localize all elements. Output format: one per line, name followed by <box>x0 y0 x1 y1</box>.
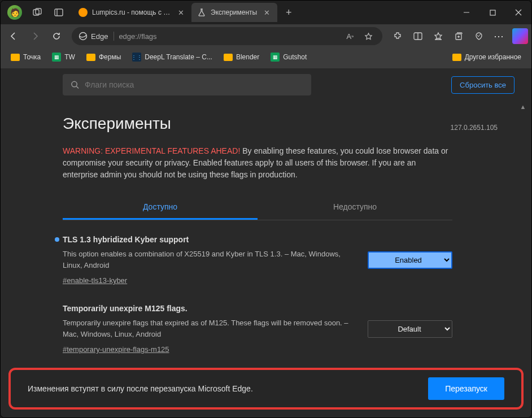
folder-icon <box>11 54 20 61</box>
reset-all-button[interactable]: Сбросить все <box>451 76 514 94</box>
flag-row: Temporarily unexpire M125 flags. Tempora… <box>63 304 452 354</box>
warning-prefix: WARNING: EXPERIMENTAL FEATURES AHEAD! <box>63 146 240 155</box>
maximize-button[interactable] <box>479 1 505 24</box>
folder-icon <box>452 54 461 61</box>
flag-anchor[interactable]: #enable-tls13-kyber <box>63 276 356 285</box>
bookmark-gutshot[interactable]: ▦Gutshot <box>266 50 311 64</box>
address-bar[interactable]: Edge edge://flags A» <box>72 27 382 45</box>
search-icon <box>71 80 79 89</box>
split-screen-icon[interactable] <box>408 27 428 46</box>
tab-lumpics[interactable]: Lumpics.ru - помощь с компью ✕ <box>73 3 191 22</box>
tab-title: Lumpics.ru - помощь с компью <box>92 8 171 16</box>
flag-title: TLS 1.3 hybridized Kyber support <box>63 235 356 244</box>
close-icon[interactable]: ✕ <box>261 7 272 18</box>
page: Сбросить все ▲ 127.0.2651.105 Эксперимен… <box>1 68 531 417</box>
refresh-button[interactable] <box>47 27 66 46</box>
folder-icon <box>224 54 233 61</box>
restart-message: Изменения вступят в силу после перезапус… <box>28 384 253 393</box>
site-identity[interactable]: Edge <box>79 32 114 41</box>
restart-button[interactable]: Перезапуск <box>428 377 504 400</box>
content: 127.0.2651.105 Эксперименты WARNING: EXP… <box>1 101 531 382</box>
flag-description: This option enables a combination of X25… <box>63 249 356 271</box>
deepl-icon: ⋮⋮ <box>132 53 141 62</box>
bookmark-other[interactable]: Другое избранное <box>448 51 526 63</box>
tab-experiments[interactable]: Эксперименты ✕ <box>191 3 277 22</box>
window-controls <box>453 1 531 24</box>
bookmark-deepl[interactable]: ⋮⋮DeepL Translate – C... <box>128 50 217 64</box>
collections-icon[interactable] <box>449 27 468 46</box>
site-label: Edge <box>91 32 108 41</box>
changed-indicator-icon <box>55 237 59 242</box>
version-label: 127.0.2651.105 <box>451 124 498 132</box>
tab-actions-icon[interactable] <box>54 7 64 18</box>
tab-strip: Lumpics.ru - помощь с компью ✕ Экспериме… <box>73 3 453 22</box>
forward-button <box>25 27 45 46</box>
tab-title: Эксперименты <box>211 8 257 16</box>
favicon-lumpics <box>79 8 88 17</box>
flag-anchor[interactable]: #temporary-unexpire-flags-m125 <box>63 345 356 354</box>
bookmark-blender[interactable]: Blender <box>219 51 264 63</box>
page-title: Эксперименты <box>63 115 452 133</box>
flag-description: Temporarily unexpire flags that expired … <box>63 317 356 339</box>
close-icon[interactable]: ✕ <box>176 7 186 18</box>
browser-essentials-icon[interactable] <box>469 27 489 46</box>
svg-point-15 <box>72 81 77 86</box>
workspaces-icon[interactable] <box>32 7 42 18</box>
svg-rect-5 <box>490 10 495 15</box>
folder-icon <box>86 54 95 61</box>
tab-unavailable[interactable]: Недоступно <box>258 195 452 220</box>
copilot-button[interactable] <box>512 28 528 44</box>
flag-select[interactable]: Default <box>368 320 452 338</box>
bookmark-fermy[interactable]: Фермы <box>82 51 125 63</box>
extensions-icon[interactable] <box>388 27 407 46</box>
svg-line-16 <box>76 86 79 89</box>
scroll-up-icon[interactable]: ▲ <box>520 103 526 110</box>
restart-bar: Изменения вступят в силу после перезапус… <box>8 368 524 410</box>
search-input[interactable] <box>85 80 303 89</box>
minimize-button[interactable] <box>453 1 479 24</box>
bookmark-tochka[interactable]: Точка <box>6 51 45 63</box>
sheets-icon: ▦ <box>271 53 280 62</box>
favicon-flags <box>197 8 206 17</box>
search-box[interactable] <box>63 74 311 95</box>
flag-select[interactable]: Enabled <box>368 251 452 269</box>
bookmark-tw[interactable]: ▦TW <box>47 50 80 64</box>
bookmarks-bar: Точка ▦TW Фермы ⋮⋮DeepL Translate – C...… <box>1 48 531 68</box>
sheets-icon: ▦ <box>52 53 61 62</box>
titlebar: 🧑 Lumpics.ru - помощь с компью ✕ Экспери… <box>1 1 531 24</box>
flag-title: Temporarily unexpire M125 flags. <box>63 304 356 313</box>
page-header-row: Сбросить все <box>1 68 531 101</box>
toolbar: Edge edge://flags A» ⋯ <box>1 24 531 48</box>
read-aloud-icon[interactable]: A» <box>343 29 357 43</box>
new-tab-button[interactable]: + <box>281 5 296 20</box>
flag-tabs: Доступно Недоступно <box>63 195 452 220</box>
browser-window: 🧑 Lumpics.ru - помощь с компью ✕ Экспери… <box>0 0 532 418</box>
flag-row: TLS 1.3 hybridized Kyber support This op… <box>63 235 452 285</box>
close-window-button[interactable] <box>505 1 531 24</box>
menu-button[interactable]: ⋯ <box>490 27 509 46</box>
warning-text: WARNING: EXPERIMENTAL FEATURES AHEAD! By… <box>63 145 452 181</box>
tab-available[interactable]: Доступно <box>63 195 258 220</box>
profile-avatar[interactable]: 🧑 <box>7 5 22 20</box>
favorite-icon[interactable] <box>361 29 376 43</box>
url-text: edge://flags <box>119 32 338 41</box>
edge-icon <box>79 32 88 41</box>
svg-rect-2 <box>55 9 63 16</box>
back-button[interactable] <box>4 27 23 46</box>
toolbar-right: ⋯ <box>388 27 528 46</box>
favorites-icon[interactable] <box>429 27 448 46</box>
